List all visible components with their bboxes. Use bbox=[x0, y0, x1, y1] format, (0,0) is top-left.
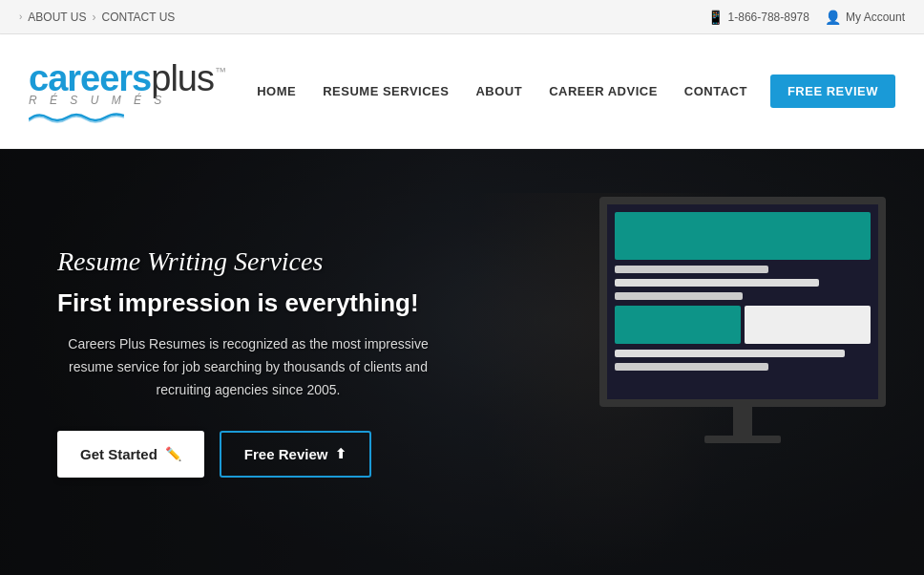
top-bar-right: 📱 1-866-788-8978 👤 My Account bbox=[707, 10, 905, 25]
breadcrumb: › ABOUT US › CONTACT US bbox=[19, 11, 175, 24]
chevron-icon: › bbox=[19, 11, 22, 22]
top-bar: › ABOUT US › CONTACT US 📱 1-866-788-8978… bbox=[0, 0, 924, 34]
phone-icon: 📱 bbox=[707, 10, 724, 25]
free-review-label: Free Review bbox=[244, 446, 328, 462]
about-us-link[interactable]: ABOUT US bbox=[28, 11, 86, 24]
get-started-button[interactable]: Get Started ✏️ bbox=[57, 431, 204, 478]
hero-section: Resume Writing Services First impression… bbox=[0, 149, 924, 575]
site-logo[interactable]: careers plus ™ R É S U M É S bbox=[29, 60, 226, 123]
hero-monitor-screen bbox=[599, 197, 886, 407]
logo-wave-icon bbox=[29, 108, 124, 123]
nav-free-review[interactable]: FREE REVIEW bbox=[770, 75, 895, 108]
free-review-button[interactable]: Free Review ⬆ bbox=[220, 431, 372, 478]
account-icon: 👤 bbox=[825, 10, 841, 25]
separator: › bbox=[92, 11, 95, 24]
my-account-link[interactable]: 👤 My Account bbox=[825, 10, 905, 25]
hero-buttons: Get Started ✏️ Free Review ⬆ bbox=[57, 431, 439, 478]
contact-us-link[interactable]: CONTACT US bbox=[101, 11, 175, 24]
nav-career-advice[interactable]: CAREER ADVICE bbox=[536, 84, 671, 98]
logo-text-plus: plus bbox=[151, 60, 214, 96]
phone-number: 1-866-788-8978 bbox=[728, 11, 809, 24]
site-header: careers plus ™ R É S U M É S HOME RESUME… bbox=[0, 34, 924, 149]
nav-contact[interactable]: CONTACT bbox=[671, 84, 761, 98]
my-account-label: My Account bbox=[846, 11, 905, 24]
logo-trademark: ™ bbox=[215, 66, 226, 77]
hero-monitor-container bbox=[599, 197, 886, 443]
hero-description: Careers Plus Resumes is recognized as th… bbox=[57, 333, 439, 401]
nav-resume-services[interactable]: RESUME SERVICES bbox=[309, 84, 462, 98]
hero-content: Resume Writing Services First impression… bbox=[0, 246, 439, 478]
get-started-label: Get Started bbox=[80, 446, 158, 462]
upload-icon: ⬆ bbox=[335, 446, 346, 461]
nav-home[interactable]: HOME bbox=[243, 84, 309, 98]
pencil-icon: ✏️ bbox=[165, 446, 181, 461]
hero-headline: First impression is everything! bbox=[57, 288, 439, 318]
phone-link[interactable]: 📱 1-866-788-8978 bbox=[707, 10, 809, 25]
hero-script-title: Resume Writing Services bbox=[57, 246, 439, 277]
logo-subtitle: R É S U M É S bbox=[29, 95, 226, 106]
logo-text-careers: careers bbox=[29, 60, 151, 96]
main-nav: HOME RESUME SERVICES ABOUT CAREER ADVICE… bbox=[243, 75, 895, 108]
nav-about[interactable]: ABOUT bbox=[462, 84, 536, 98]
